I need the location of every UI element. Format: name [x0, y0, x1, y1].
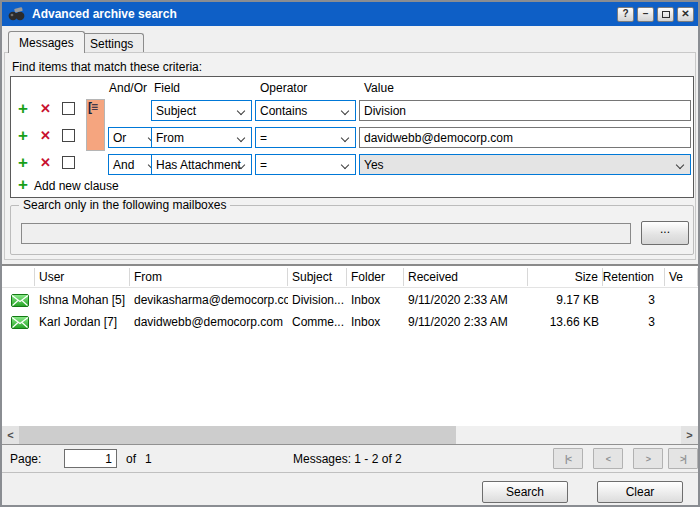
first-page-icon: |<: [565, 454, 571, 464]
add-clause-icon[interactable]: +: [18, 153, 28, 173]
page-of-label: of: [126, 452, 136, 466]
folder-cell: Inbox: [347, 315, 404, 329]
chevron-down-icon: [237, 135, 245, 143]
help-button[interactable]: ?: [617, 7, 634, 22]
operator-select-1[interactable]: Contains: [255, 100, 356, 121]
tab-messages-label: Messages: [19, 36, 74, 50]
column-header-icon[interactable]: [2, 268, 35, 286]
retention-cell: 3: [603, 293, 665, 307]
group-bracket-icon[interactable]: [≡: [88, 100, 97, 114]
messages-count-label: Messages: 1 - 2 of 2: [293, 452, 402, 466]
criteria-row-2: + ✕ Or From =: [11, 125, 693, 151]
column-header-subject[interactable]: Subject: [288, 268, 347, 286]
browse-mailboxes-button[interactable]: ...: [641, 221, 689, 245]
next-page-button[interactable]: >: [633, 448, 663, 469]
size-cell: 13.66 KB: [528, 315, 603, 329]
tab-settings-label: Settings: [90, 37, 133, 51]
operator-select-2-value: =: [260, 131, 267, 145]
add-clause-icon[interactable]: +: [18, 126, 28, 146]
criteria-heading: Find items that match these criteria:: [12, 60, 202, 74]
column-header-folder[interactable]: Folder: [347, 268, 404, 286]
clause-checkbox-1[interactable]: [62, 102, 75, 115]
message-icon-cell: [2, 294, 35, 307]
search-button[interactable]: Search: [482, 481, 568, 503]
horizontal-scrollbar[interactable]: < >: [2, 426, 698, 444]
clause-group-bar: [≡: [86, 99, 105, 151]
titlebar: Advanced archive search ? – ✕: [2, 2, 698, 26]
column-header-user[interactable]: User: [35, 268, 130, 286]
chevron-down-icon: [237, 108, 245, 116]
message-icon-cell: [2, 316, 35, 329]
minimize-button[interactable]: –: [637, 7, 654, 22]
folder-cell: Inbox: [347, 293, 404, 307]
subject-cell: Division...: [288, 293, 347, 307]
column-header-from[interactable]: From: [130, 268, 288, 286]
scroll-right-button[interactable]: >: [681, 426, 698, 444]
scroll-left-icon: <: [7, 429, 13, 441]
value-input-2[interactable]: [359, 127, 691, 148]
column-header-version[interactable]: Ve: [665, 268, 698, 286]
column-header-field: Field: [154, 81, 180, 95]
operator-select-1-value: Contains: [260, 104, 307, 118]
clause-checkbox-3[interactable]: [62, 156, 75, 169]
table-row[interactable]: Ishna Mohan [5] devikasharma@democorp.co…: [2, 290, 698, 310]
value-select-3[interactable]: Yes: [359, 154, 691, 175]
mailbox-group-legend: Search only in the following mailboxes: [19, 198, 230, 212]
user-cell: Ishna Mohan [5]: [35, 293, 130, 307]
add-icon: +: [18, 175, 28, 195]
scrollbar-thumb[interactable]: [19, 426, 456, 444]
total-pages-label: 1: [145, 452, 152, 466]
previous-page-icon: <: [606, 454, 610, 464]
delete-clause-icon[interactable]: ✕: [40, 128, 51, 144]
scrollbar-track[interactable]: [456, 426, 681, 444]
delete-clause-icon[interactable]: ✕: [40, 155, 51, 171]
window-title: Advanced archive search: [32, 7, 617, 21]
last-page-icon: >|: [680, 454, 686, 464]
maximize-icon: [662, 11, 670, 18]
pagination-bar: Page: of 1 Messages: 1 - 2 of 2 |< < > >…: [2, 444, 698, 472]
clear-button[interactable]: Clear: [597, 481, 683, 503]
user-cell: Karl Jordan [7]: [35, 315, 130, 329]
messages-tab-page: Find items that match these criteria: An…: [4, 52, 696, 260]
add-clause-icon[interactable]: +: [18, 99, 28, 119]
column-header-value: Value: [364, 81, 394, 95]
operator-select-2[interactable]: =: [255, 127, 356, 148]
column-header-received[interactable]: Received: [404, 268, 528, 286]
tab-settings[interactable]: Settings: [79, 33, 144, 53]
last-page-button[interactable]: >|: [668, 448, 698, 469]
table-row[interactable]: Karl Jordan [7] davidwebb@democorp.com C…: [2, 312, 698, 332]
scroll-left-button[interactable]: <: [2, 426, 19, 444]
mailbox-group: Search only in the following mailboxes .…: [10, 205, 694, 255]
value-select-3-value: Yes: [364, 158, 384, 172]
from-cell: davidwebb@democorp.com: [130, 315, 288, 329]
page-number-input[interactable]: [64, 449, 117, 468]
chevron-down-icon: [676, 162, 684, 170]
column-header-retention[interactable]: Retention: [603, 268, 665, 286]
results-header-row: User From Subject Folder Received Size R…: [2, 266, 698, 288]
operator-select-3[interactable]: =: [255, 154, 356, 175]
tab-messages[interactable]: Messages: [8, 31, 85, 53]
page-label: Page:: [10, 452, 41, 466]
field-select-3[interactable]: Has Attachment: [151, 154, 252, 175]
column-header-operator: Operator: [260, 81, 307, 95]
first-page-button[interactable]: |<: [553, 448, 583, 469]
value-input-1[interactable]: [359, 100, 691, 121]
column-header-andor: And/Or: [109, 81, 147, 95]
delete-clause-icon[interactable]: ✕: [40, 101, 51, 117]
minimize-icon: –: [643, 9, 649, 19]
add-new-clause-link[interactable]: + Add new clause: [11, 177, 693, 197]
add-new-clause-label: Add new clause: [34, 179, 119, 193]
column-header-size[interactable]: Size: [528, 268, 603, 286]
results-table: User From Subject Folder Received Size R…: [2, 264, 698, 444]
clause-checkbox-2[interactable]: [62, 129, 75, 142]
field-select-1[interactable]: Subject: [151, 100, 252, 121]
field-select-2[interactable]: From: [151, 127, 252, 148]
mailbox-path-input[interactable]: [21, 223, 631, 244]
andor-select-3-value: And: [113, 158, 134, 172]
maximize-button[interactable]: [657, 7, 674, 22]
previous-page-button[interactable]: <: [593, 448, 623, 469]
field-select-3-value: Has Attachment: [156, 158, 241, 172]
received-cell: 9/11/2020 2:33 AM: [404, 293, 528, 307]
andor-select-2-value: Or: [113, 131, 126, 145]
close-button[interactable]: ✕: [677, 7, 694, 22]
